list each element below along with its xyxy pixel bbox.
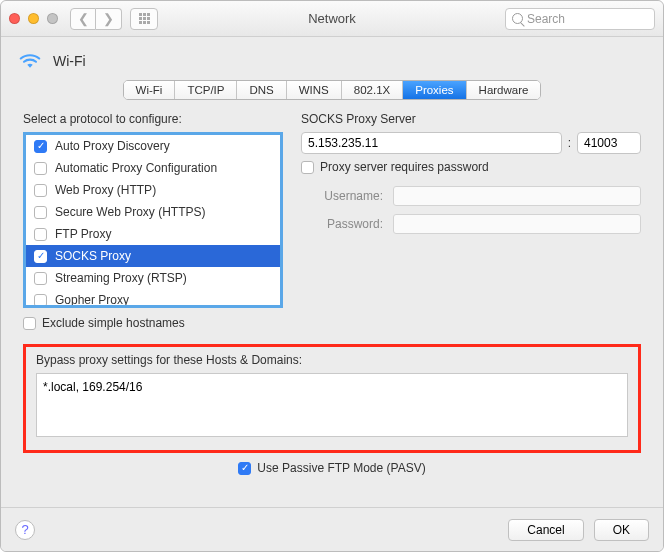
help-button[interactable]: ?: [15, 520, 35, 540]
protocol-label: Auto Proxy Discovery: [55, 139, 170, 153]
cancel-button[interactable]: Cancel: [508, 519, 583, 541]
protocol-checkbox[interactable]: ✓: [34, 250, 47, 263]
interface-name: Wi-Fi: [53, 53, 86, 69]
exclude-hostnames-checkbox[interactable]: [23, 317, 36, 330]
tabs-row: Wi-FiTCP/IPDNSWINS802.1XProxiesHardware: [1, 80, 663, 112]
bypass-label: Bypass proxy settings for these Hosts & …: [36, 353, 628, 367]
bypass-section: Bypass proxy settings for these Hosts & …: [23, 344, 641, 453]
protocol-label: Streaming Proxy (RTSP): [55, 271, 187, 285]
ip-port-separator: :: [568, 136, 571, 150]
nav-back-forward: ❮ ❯: [70, 8, 122, 30]
protocol-item[interactable]: Gopher Proxy: [26, 289, 280, 308]
bypass-textarea[interactable]: [36, 373, 628, 437]
passive-ftp-checkbox[interactable]: ✓: [238, 462, 251, 475]
requires-password-checkbox[interactable]: [301, 161, 314, 174]
tab-wins[interactable]: WINS: [287, 81, 342, 99]
tab-tcp-ip[interactable]: TCP/IP: [175, 81, 237, 99]
titlebar: ❮ ❯ Network Search: [1, 1, 663, 37]
tab-wi-fi[interactable]: Wi-Fi: [124, 81, 176, 99]
password-label: Password:: [301, 217, 383, 231]
username-input[interactable]: [393, 186, 641, 206]
zoom-window-icon: [47, 13, 58, 24]
close-window-icon[interactable]: [9, 13, 20, 24]
search-placeholder: Search: [527, 12, 565, 26]
show-all-button[interactable]: [130, 8, 158, 30]
protocol-checkbox[interactable]: ✓: [34, 140, 47, 153]
protocol-label: Gopher Proxy: [55, 293, 129, 307]
protocol-label: Secure Web Proxy (HTTPS): [55, 205, 205, 219]
requires-password-label: Proxy server requires password: [320, 160, 489, 174]
protocol-list[interactable]: ✓Auto Proxy DiscoveryAutomatic Proxy Con…: [23, 132, 283, 308]
protocol-checkbox[interactable]: [34, 184, 47, 197]
username-label: Username:: [301, 189, 383, 203]
protocol-item[interactable]: Web Proxy (HTTP): [26, 179, 280, 201]
passive-ftp-label: Use Passive FTP Mode (PASV): [257, 461, 425, 475]
protocol-label: Web Proxy (HTTP): [55, 183, 156, 197]
content-area: Wi-Fi Wi-FiTCP/IPDNSWINS802.1XProxiesHar…: [1, 37, 663, 551]
protocol-item[interactable]: FTP Proxy: [26, 223, 280, 245]
network-preferences-window: ❮ ❯ Network Search Wi-Fi Wi-FiTC: [0, 0, 664, 552]
protocol-checkbox[interactable]: [34, 206, 47, 219]
protocol-checkbox[interactable]: [34, 272, 47, 285]
protocol-label: FTP Proxy: [55, 227, 111, 241]
search-icon: [512, 13, 523, 24]
tab-proxies[interactable]: Proxies: [403, 81, 466, 99]
tab-802-1x[interactable]: 802.1X: [342, 81, 403, 99]
tab-hardware[interactable]: Hardware: [467, 81, 541, 99]
proxy-ip-input[interactable]: [301, 132, 562, 154]
protocol-item[interactable]: Secure Web Proxy (HTTPS): [26, 201, 280, 223]
settings-tabs: Wi-FiTCP/IPDNSWINS802.1XProxiesHardware: [123, 80, 542, 100]
protocol-checkbox[interactable]: [34, 162, 47, 175]
exclude-hostnames-label: Exclude simple hostnames: [42, 316, 185, 330]
tab-dns[interactable]: DNS: [237, 81, 286, 99]
protocol-item[interactable]: ✓Auto Proxy Discovery: [26, 135, 280, 157]
proxy-port-input[interactable]: [577, 132, 641, 154]
proxy-server-label: SOCKS Proxy Server: [301, 112, 641, 126]
interface-header: Wi-Fi: [1, 37, 663, 80]
protocol-item[interactable]: Automatic Proxy Configuration: [26, 157, 280, 179]
wifi-icon: [17, 49, 43, 72]
window-controls: [9, 13, 58, 24]
grid-icon: [139, 13, 150, 24]
protocol-checkbox[interactable]: [34, 294, 47, 307]
minimize-window-icon[interactable]: [28, 13, 39, 24]
ok-button[interactable]: OK: [594, 519, 649, 541]
search-input[interactable]: Search: [505, 8, 655, 30]
footer: ? Cancel OK: [1, 507, 663, 551]
password-input[interactable]: [393, 214, 641, 234]
protocol-item[interactable]: Streaming Proxy (RTSP): [26, 267, 280, 289]
protocol-label: SOCKS Proxy: [55, 249, 131, 263]
protocol-select-label: Select a protocol to configure:: [23, 112, 283, 126]
forward-button[interactable]: ❯: [96, 8, 122, 30]
protocol-checkbox[interactable]: [34, 228, 47, 241]
back-button[interactable]: ❮: [70, 8, 96, 30]
protocol-label: Automatic Proxy Configuration: [55, 161, 217, 175]
protocol-item[interactable]: ✓SOCKS Proxy: [26, 245, 280, 267]
